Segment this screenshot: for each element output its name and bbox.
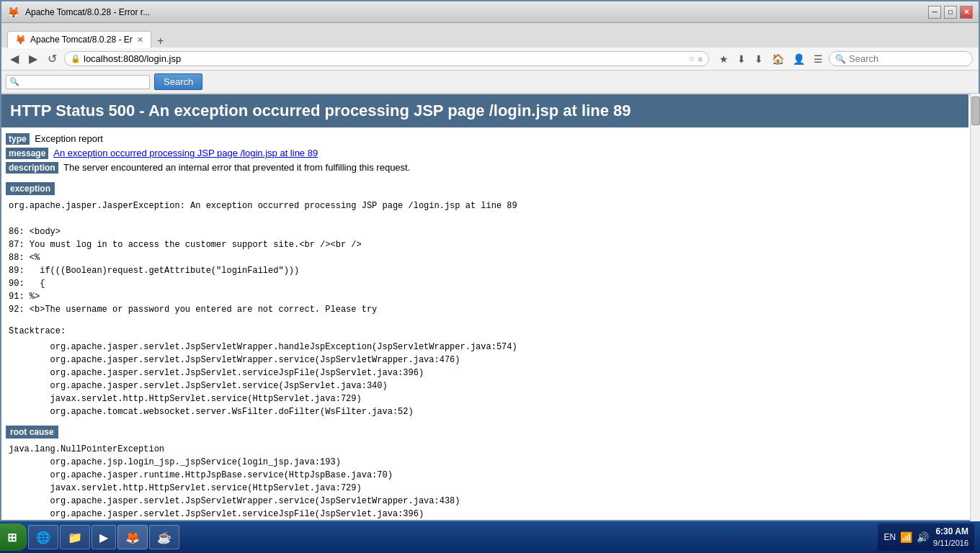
refresh-button[interactable]: ↺ (45, 50, 60, 67)
stacktrace-section: Stacktrace: org.apache.jasper.servlet.Js… (6, 323, 964, 420)
address-bar[interactable] (84, 53, 685, 64)
description-value: The server encountered an internal error… (63, 162, 410, 173)
exception-detail: org.apache.jasper.JasperException: An ex… (6, 198, 964, 318)
close-button[interactable]: ✕ (960, 6, 973, 19)
nav-bar: ◀ ▶ ↺ 🔒 ☆ ≡ ★ ⬇ ⬇ 🏠 👤 ☰ 🔍 (1, 48, 979, 71)
message-label: message (6, 148, 48, 159)
pocket-button[interactable]: ⬇ (736, 52, 747, 66)
sync-button[interactable]: 👤 (791, 52, 806, 66)
scrollbar[interactable] (970, 94, 979, 520)
toolbar-search-wrap: 🔍 (6, 75, 150, 89)
browser-icon: 🦊 (7, 6, 19, 18)
window-controls: ─ □ ✕ (928, 6, 973, 19)
lock-icon: 🔒 (71, 54, 81, 63)
description-row: description The server encountered an in… (6, 162, 964, 174)
type-row: type Exception report (6, 133, 964, 145)
tab-bar: 🦊 Apache Tomcat/8.0.28 - Error r... ✕ + (1, 23, 979, 48)
stacktrace-detail: org.apache.jasper.servlet.JspServletWrap… (6, 339, 964, 420)
address-bar-wrap: 🔒 ☆ ≡ (64, 51, 709, 66)
stacktrace-label: Stacktrace: (6, 323, 964, 339)
root-cause-section: root cause java.lang.NullPointerExceptio… (6, 420, 964, 520)
reader-icon: ≡ (698, 55, 703, 63)
error-body: type Exception report message An excepti… (1, 133, 968, 520)
menu-button[interactable]: ☰ (812, 52, 824, 66)
minimize-button[interactable]: ─ (928, 6, 941, 19)
window-titlebar: 🦊 Apache Tomcat/8.0.28 - Error r... ─ □ … (1, 1, 979, 23)
bookmark-icon: ☆ (688, 54, 695, 63)
search-icon: 🔍 (835, 54, 846, 64)
search-bar-wrap: 🔍 (829, 51, 973, 66)
new-tab-button[interactable]: + (154, 35, 166, 48)
maximize-button[interactable]: □ (944, 6, 957, 19)
toolbar-search-icon: 🔍 (9, 77, 19, 86)
downloads-button[interactable]: ⬇ (753, 52, 765, 66)
tab-icon: 🦊 (15, 35, 26, 45)
page-content: HTTP Status 500 - An exception occurred … (1, 94, 979, 520)
toolbar: 🔍 Search (1, 71, 979, 94)
toolbar-search-button[interactable]: Search (154, 73, 202, 90)
scrollbar-thumb[interactable] (971, 96, 979, 125)
nav-icons: ★ ⬇ ⬇ 🏠 👤 ☰ (718, 52, 824, 66)
browser-window: 🦊 Apache Tomcat/8.0.28 - Error r... ─ □ … (0, 0, 980, 521)
toolbar-search-input[interactable] (21, 77, 146, 87)
exception-section: exception org.apache.jasper.JasperExcept… (6, 176, 964, 318)
description-label: description (6, 162, 58, 174)
forward-button[interactable]: ▶ (26, 50, 40, 67)
tab-close-button[interactable]: ✕ (137, 35, 143, 45)
message-link[interactable]: An exception occurred processing JSP pag… (53, 148, 318, 158)
active-tab[interactable]: 🦊 Apache Tomcat/8.0.28 - Error r... ✕ (7, 31, 151, 48)
root-cause-detail: java.lang.NullPointerException org.apach… (6, 441, 964, 520)
error-title: HTTP Status 500 - An exception occurred … (1, 94, 968, 127)
type-value: Exception report (35, 133, 103, 144)
back-button[interactable]: ◀ (7, 50, 22, 67)
type-label: type (6, 133, 30, 145)
tab-label: Apache Tomcat/8.0.28 - Error r... (30, 35, 133, 45)
home-button[interactable]: 🏠 (770, 52, 785, 66)
root-cause-label: root cause (6, 426, 58, 439)
message-row: message An exception occurred processing… (6, 148, 964, 159)
search-input[interactable] (849, 53, 964, 64)
window-title: Apache Tomcat/8.0.28 - Error r... (25, 7, 150, 17)
bookmark-button[interactable]: ★ (718, 52, 730, 66)
exception-label: exception (6, 182, 55, 195)
